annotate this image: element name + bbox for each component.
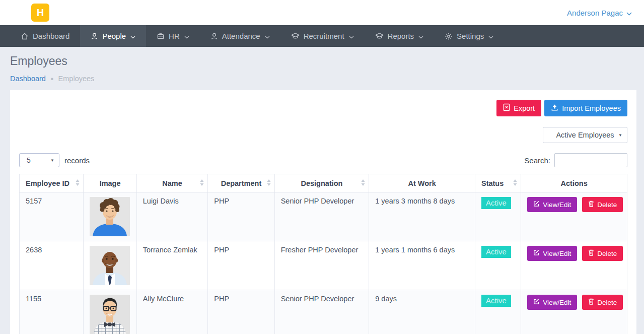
briefcase-icon: [157, 32, 165, 40]
column-header-employee-id[interactable]: Employee ID: [20, 174, 84, 192]
settings-icon: [445, 32, 453, 40]
trash-icon: [588, 249, 594, 257]
people-icon: [91, 32, 98, 40]
reports-icon: [375, 32, 384, 40]
column-header-designation[interactable]: Designation: [274, 174, 369, 192]
chevron-down-icon: [184, 32, 189, 40]
export-button[interactable]: Export: [496, 100, 541, 116]
home-icon: [21, 32, 29, 40]
column-header-department[interactable]: Department: [208, 174, 274, 192]
employee-designation-cell: Fresher PHP Developer: [274, 241, 369, 290]
delete-button[interactable]: Delete: [582, 246, 623, 261]
column-header-at-work: At Work: [369, 174, 475, 192]
app-logo[interactable]: H: [31, 4, 49, 22]
column-header-image: Image: [84, 174, 136, 192]
employee-atwork-cell: 1 years 1 months 6 days: [369, 241, 475, 290]
edit-icon: [533, 201, 540, 209]
sort-icon: [513, 179, 517, 187]
nav-item-attendance[interactable]: Attendance: [200, 25, 280, 47]
chevron-down-icon: [264, 32, 270, 40]
column-label: Department: [221, 179, 262, 187]
import-employees-button[interactable]: Import Employees: [544, 100, 627, 116]
breadcrumb-dashboard-link[interactable]: Dashboard: [10, 75, 46, 83]
view-edit-button[interactable]: View/Edit: [527, 246, 577, 261]
user-name: Anderson Pagac: [567, 9, 623, 17]
employee-filter-value: Active Employees: [556, 131, 614, 139]
delete-button[interactable]: Delete: [582, 197, 623, 212]
employee-designation-cell: Senior PHP Developer: [274, 290, 369, 334]
nav-item-dashboard[interactable]: Dashboard: [10, 25, 80, 47]
column-label: Designation: [301, 179, 342, 187]
employee-photo: [90, 246, 130, 285]
upload-icon: [551, 104, 558, 113]
sort-icon: [267, 179, 271, 187]
trash-icon: [588, 298, 594, 306]
employee-id-cell: 5157: [20, 192, 84, 241]
select-caret-icon: ▼: [618, 133, 622, 138]
trash-icon: [588, 201, 594, 209]
delete-button[interactable]: Delete: [582, 295, 623, 310]
records-per-page-value: 5: [27, 156, 31, 164]
records-per-page-select[interactable]: 5 ▼: [19, 153, 59, 167]
table-controls: 5 ▼ records Search:: [19, 153, 627, 167]
column-header-name[interactable]: Name: [136, 174, 207, 192]
nav-item-recruitment[interactable]: Recruitment: [280, 25, 365, 47]
employees-panel: Export Import Employees Active Employees…: [10, 90, 636, 334]
employee-status-cell: Active: [475, 241, 521, 290]
table-row: 2638 Torrance Zemlak PHP Fresher PHP Dev…: [20, 241, 627, 290]
nav-item-label: People: [102, 32, 126, 40]
employees-table: Employee IDImageNameDepartmentDesignatio…: [19, 174, 627, 334]
sort-icon: [361, 179, 365, 187]
employee-id-cell: 1155: [20, 290, 84, 334]
employee-name-cell: Ally McClure: [136, 290, 207, 334]
employee-actions-cell: View/Edit Delete: [521, 241, 627, 290]
chevron-down-icon: [130, 32, 135, 40]
select-caret-icon: ▼: [50, 158, 54, 163]
column-header-actions: Actions: [521, 174, 627, 192]
column-header-status[interactable]: Status: [475, 174, 521, 192]
employee-photo: [90, 295, 130, 334]
table-row: 1155 Ally McClure PHP Senior PHP Develop…: [20, 290, 627, 334]
employee-filter-select[interactable]: Active Employees ▼: [543, 127, 627, 143]
employee-designation-cell: Senior PHP Developer: [274, 192, 369, 241]
employee-photo: [90, 197, 130, 236]
nav-item-reports[interactable]: Reports: [365, 25, 435, 47]
employee-name-cell: Torrance Zemlak: [136, 241, 207, 290]
user-menu[interactable]: Anderson Pagac: [567, 0, 632, 25]
main-nav: DashboardPeopleHRAttendanceRecruitmentRe…: [0, 25, 644, 47]
employee-status-cell: Active: [475, 290, 521, 334]
nav-item-label: Attendance: [222, 32, 260, 40]
excel-file-icon: [503, 103, 510, 113]
import-button-label: Import Employees: [562, 104, 621, 112]
employee-actions-cell: View/Edit Delete: [521, 192, 627, 241]
column-label: Actions: [561, 179, 588, 187]
column-label: Employee ID: [26, 179, 69, 187]
status-badge: Active: [481, 295, 511, 307]
nav-item-hr[interactable]: HR: [146, 25, 200, 47]
view-edit-button[interactable]: View/Edit: [527, 295, 577, 310]
employee-actions-cell: View/Edit Delete: [521, 290, 627, 334]
page-title: Employees: [10, 54, 634, 68]
toolbar: Export Import Employees: [19, 100, 627, 116]
nav-item-people[interactable]: People: [80, 25, 146, 47]
employee-atwork-cell: 9 days: [369, 290, 475, 334]
employee-name-cell: Luigi Davis: [136, 192, 207, 241]
nav-item-label: Recruitment: [304, 32, 344, 40]
employee-department-cell: PHP: [208, 290, 274, 334]
view-edit-button[interactable]: View/Edit: [527, 197, 577, 212]
breadcrumb: Dashboard ● Employees: [10, 75, 634, 83]
search-input[interactable]: [554, 153, 627, 167]
chevron-down-icon: [348, 32, 354, 40]
breadcrumb-current: Employees: [58, 75, 95, 83]
page-head: Employees Dashboard ● Employees: [0, 47, 644, 90]
topbar: H Anderson Pagac: [0, 0, 644, 25]
export-button-label: Export: [514, 104, 535, 112]
employee-department-cell: PHP: [208, 192, 274, 241]
nav-item-settings[interactable]: Settings: [434, 25, 504, 47]
employee-image-cell: [84, 192, 136, 241]
employee-atwork-cell: 1 years 3 months 8 days: [369, 192, 475, 241]
sort-icon: [200, 179, 204, 187]
employee-image-cell: [84, 241, 136, 290]
employee-id-cell: 2638: [20, 241, 84, 290]
table-row: 5157 Luigi Davis PHP Senior PHP Develope…: [20, 192, 627, 241]
